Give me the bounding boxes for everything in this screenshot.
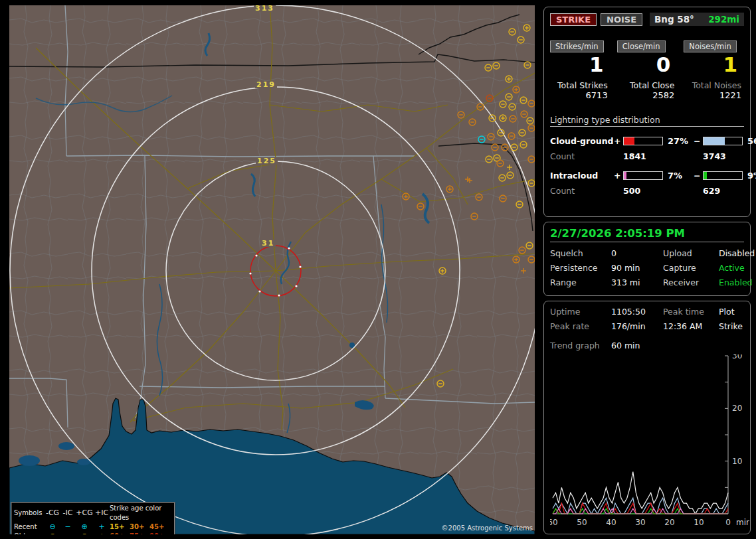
recent-neg-ic-icon: − bbox=[60, 522, 75, 532]
bearing-distance: 292mi bbox=[708, 14, 739, 25]
svg-text:20: 20 bbox=[664, 518, 674, 527]
cg-negative-bar bbox=[703, 137, 743, 145]
svg-text:60: 60 bbox=[550, 518, 558, 527]
legend-col-neg-cg: -CG bbox=[45, 508, 60, 518]
strike-mode-button[interactable]: STRIKE bbox=[550, 13, 597, 26]
age-60: 60+ bbox=[110, 532, 130, 534]
ic-count-label: Count bbox=[550, 186, 623, 196]
old-neg-cg-icon: ⊖ bbox=[45, 532, 60, 534]
ring-label-31: 31 bbox=[260, 240, 276, 247]
age-75: 75+ bbox=[130, 532, 149, 534]
old-pos-cg-icon: ⊕ bbox=[75, 532, 94, 534]
distribution-title: Lightning type distribution bbox=[550, 115, 744, 127]
total-noises-value: 1221 bbox=[684, 90, 744, 100]
cg-negative-count: 3743 bbox=[703, 151, 744, 161]
close-per-min-button[interactable]: Close/min bbox=[617, 40, 666, 52]
legend-age-title: Strike age color codes bbox=[110, 504, 169, 522]
noise-mode-button[interactable]: NOISE bbox=[601, 13, 642, 26]
strikes-per-min-button[interactable]: Strikes/min bbox=[550, 40, 604, 52]
peak-rate-value: 176/min bbox=[611, 321, 663, 331]
trend-graph: 1020306050403020100min bbox=[550, 354, 749, 528]
bearing-label: Bng 58° bbox=[654, 14, 694, 25]
plus-sign: + bbox=[614, 171, 623, 181]
old-pos-ic-icon: + bbox=[94, 532, 110, 534]
svg-text:40: 40 bbox=[606, 518, 616, 527]
range-label: Range bbox=[550, 277, 611, 287]
recent-neg-cg-icon: ⊖ bbox=[45, 522, 60, 532]
copyright-credit: ©2005 Astrogenic Systems bbox=[442, 524, 533, 532]
strikes-per-min-value: 1 bbox=[550, 52, 611, 76]
range-value: 313 mi bbox=[611, 277, 663, 287]
close-per-min-value: 0 bbox=[617, 52, 678, 76]
receiver-label: Receiver bbox=[663, 277, 719, 287]
upload-label: Upload bbox=[663, 248, 719, 258]
legend-row-old: Old bbox=[14, 532, 45, 534]
ic-negative-bar bbox=[703, 171, 743, 180]
legend-symbols-header: Symbols bbox=[14, 508, 45, 518]
legend-col-neg-ic: -IC bbox=[60, 508, 75, 518]
ring-label-313: 313 bbox=[254, 5, 276, 12]
minus-sign: − bbox=[694, 171, 703, 181]
symbol-legend: Symbols -CG -IC +CG +IC Strike age color… bbox=[11, 502, 175, 534]
svg-text:20: 20 bbox=[732, 404, 742, 413]
capture-label: Capture bbox=[663, 263, 719, 273]
receiver-status: Enabled bbox=[719, 277, 755, 287]
strike-counters-panel: STRIKE NOISE Bng 58° 292mi Strikes/min C… bbox=[543, 7, 751, 217]
cg-count-label: Count bbox=[550, 151, 623, 161]
cg-positive-count: 1841 bbox=[623, 151, 703, 161]
minus-sign: − bbox=[694, 136, 703, 146]
trend-window-value: 60 min bbox=[611, 341, 744, 350]
trend-panel: Uptime 1105:50 Peak time Plot Peak rate … bbox=[543, 301, 751, 534]
ring-label-219: 219 bbox=[255, 81, 277, 88]
bearing-readout: Bng 58° 292mi bbox=[650, 13, 744, 26]
noises-per-min-value: 1 bbox=[684, 52, 744, 76]
cg-negative-pct: 56% bbox=[744, 136, 756, 146]
plot-label: Plot bbox=[719, 307, 744, 317]
age-90: 90+ bbox=[149, 532, 169, 534]
squelch-value: 0 bbox=[611, 248, 663, 258]
squelch-label: Squelch bbox=[550, 248, 611, 258]
old-neg-ic-icon: − bbox=[60, 532, 75, 534]
ic-positive-bar bbox=[623, 171, 663, 180]
svg-text:0: 0 bbox=[725, 518, 731, 527]
peak-rate-label: Peak rate bbox=[550, 321, 611, 331]
recent-pos-cg-icon: ⊕ bbox=[75, 522, 94, 532]
total-noises-label: Total Noises bbox=[684, 80, 744, 90]
cg-positive-pct: 27% bbox=[664, 136, 694, 146]
persistence-label: Persistence bbox=[550, 263, 611, 273]
uptime-value: 1105:50 bbox=[611, 307, 663, 317]
ring-label-125: 125 bbox=[256, 157, 278, 165]
total-strikes-label: Total Strikes bbox=[550, 80, 611, 90]
strike-map[interactable]: 313 219 125 31 Symbols -CG -IC +CG +IC S… bbox=[9, 5, 535, 534]
svg-text:10: 10 bbox=[732, 457, 742, 466]
svg-text:30: 30 bbox=[635, 518, 645, 527]
status-panel: 2/27/2026 2:05:19 PM Squelch 0 Upload Di… bbox=[543, 222, 751, 296]
svg-text:10: 10 bbox=[694, 518, 704, 527]
svg-text:min: min bbox=[736, 518, 749, 527]
total-strikes-value: 6713 bbox=[550, 90, 611, 100]
age-15: 15+ bbox=[110, 522, 130, 532]
ic-positive-count: 500 bbox=[623, 186, 703, 196]
ic-negative-count: 629 bbox=[703, 186, 744, 196]
cloud-ground-label: Cloud-ground bbox=[550, 136, 614, 146]
lightning-tracker-window: 313 219 125 31 Symbols -CG -IC +CG +IC S… bbox=[0, 0, 756, 539]
intracloud-label: Intracloud bbox=[550, 171, 614, 181]
legend-col-pos-ic: +IC bbox=[94, 508, 110, 518]
legend-col-pos-cg: +CG bbox=[75, 508, 94, 518]
total-close-label: Total Close bbox=[617, 80, 678, 90]
trend-graph-label: Trend graph bbox=[550, 341, 611, 350]
svg-text:50: 50 bbox=[577, 518, 587, 527]
total-close-value: 2582 bbox=[617, 90, 678, 100]
noises-per-min-button[interactable]: Noises/min bbox=[684, 40, 736, 52]
ic-negative-pct: 9% bbox=[744, 171, 756, 181]
ic-positive-pct: 7% bbox=[664, 171, 694, 181]
legend-row-recent: Recent bbox=[14, 522, 45, 532]
peak-time-label: Peak time bbox=[663, 307, 719, 317]
recent-pos-ic-icon: + bbox=[94, 522, 110, 532]
age-45: 45+ bbox=[149, 522, 169, 532]
uptime-label: Uptime bbox=[550, 307, 611, 317]
capture-status: Active bbox=[719, 263, 755, 273]
upload-status: Disabled bbox=[719, 248, 755, 258]
peak-time-value: 12:36 AM bbox=[663, 321, 719, 331]
age-30: 30+ bbox=[130, 522, 149, 532]
